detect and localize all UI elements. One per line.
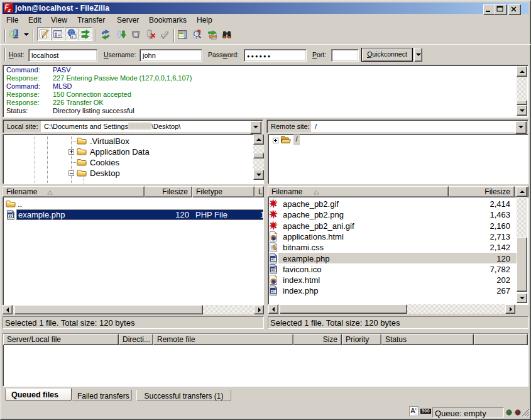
svg-text:z: z [8, 7, 11, 13]
